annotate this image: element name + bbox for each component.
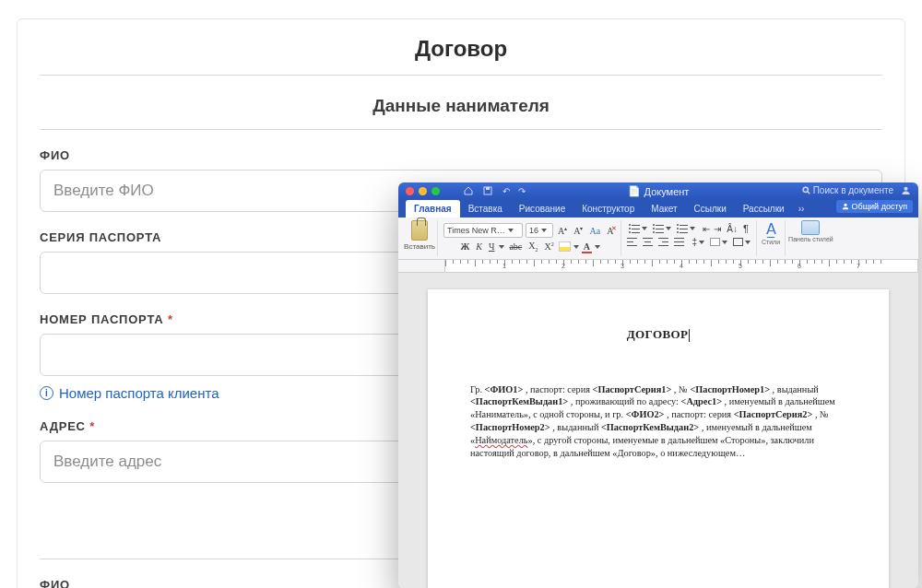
- toolbar-undo-icon[interactable]: ↶: [502, 186, 510, 196]
- panel-title: Договор: [40, 19, 882, 76]
- styles-panel-button[interactable]: [801, 220, 820, 235]
- increase-indent-button[interactable]: ⇥: [714, 224, 721, 234]
- section-tenant-title: Данные нанимателя: [40, 76, 882, 130]
- label-passport-number-text: НОМЕР ПАСПОРТА: [40, 312, 163, 326]
- tab-draw[interactable]: Рисование: [511, 200, 573, 218]
- svg-rect-1: [486, 187, 490, 190]
- svg-point-4: [904, 187, 907, 191]
- shrink-font-button[interactable]: A▾: [572, 225, 585, 236]
- share-person-icon: [842, 203, 849, 210]
- doc-body: Гр. <ФИО1> , паспорт: серия <ПаспортСери…: [470, 383, 846, 460]
- required-mark: *: [168, 312, 173, 326]
- grow-font-button[interactable]: A▴: [556, 225, 569, 236]
- align-justify-button[interactable]: [674, 238, 684, 246]
- search-placeholder: Поиск в документе: [813, 185, 893, 195]
- label-fio: ФИО: [40, 148, 882, 162]
- paste-label: Вставить: [404, 242, 435, 251]
- tab-layout[interactable]: Макет: [643, 200, 685, 218]
- font-color-button[interactable]: А: [582, 241, 592, 252]
- borders-button[interactable]: [733, 238, 743, 246]
- number-list-button[interactable]: [653, 224, 664, 233]
- highlight-menu-icon[interactable]: [573, 245, 579, 249]
- multilevel-list-button[interactable]: [677, 224, 688, 233]
- align-center-button[interactable]: [643, 238, 653, 246]
- align-left-button[interactable]: [627, 238, 637, 246]
- helper-text: Номер паспорта клиента: [59, 385, 219, 401]
- tab-insert[interactable]: Вставка: [460, 200, 511, 218]
- doc-title: ДОГОВОР: [470, 326, 846, 343]
- show-marks-button[interactable]: ¶: [743, 223, 749, 234]
- account-icon[interactable]: [901, 185, 911, 195]
- superscript-button[interactable]: X2: [543, 241, 556, 252]
- info-icon: i: [40, 386, 53, 400]
- traffic-max-icon[interactable]: [431, 187, 440, 195]
- toolbar-save-icon[interactable]: [483, 186, 492, 195]
- required-mark: *: [89, 419, 95, 433]
- traffic-close-icon[interactable]: [406, 187, 414, 195]
- underline-menu-icon[interactable]: [499, 245, 504, 249]
- change-case-button[interactable]: Aa: [587, 226, 602, 236]
- tab-more[interactable]: ››: [793, 200, 810, 218]
- bullet-list-button[interactable]: [629, 224, 640, 233]
- toolbar-redo-icon[interactable]: ↷: [518, 186, 526, 196]
- tab-design[interactable]: Конструктор: [573, 200, 643, 218]
- highlight-button[interactable]: [559, 241, 571, 252]
- document-page[interactable]: ДОГОВОР Гр. <ФИО1> , паспорт: серия <Пас…: [428, 289, 889, 588]
- tab-references[interactable]: Ссылки: [686, 200, 735, 218]
- label-address-text: АДРЕС: [40, 419, 86, 433]
- styles-button[interactable]: A̲: [766, 220, 776, 238]
- ribbon-tabs: Главная Вставка Рисование Конструктор Ма…: [398, 199, 918, 218]
- strike-button[interactable]: abc: [507, 241, 524, 252]
- svg-line-3: [808, 192, 810, 194]
- underline-button[interactable]: Ч: [487, 241, 497, 252]
- ribbon-group-clipboard: Вставить: [402, 220, 438, 256]
- horizontal-ruler[interactable]: 1234567: [398, 260, 918, 273]
- svg-point-5: [844, 204, 846, 206]
- paste-icon[interactable]: [411, 220, 428, 241]
- font-name-select[interactable]: Times New R…: [443, 223, 523, 238]
- font-size-select[interactable]: 16: [526, 223, 553, 238]
- window-titlebar[interactable]: ↶ ↷ 📄Документ Поиск в документе: [398, 182, 918, 199]
- subscript-button[interactable]: X2: [526, 241, 539, 253]
- share-button[interactable]: Общий доступ: [836, 200, 913, 213]
- ribbon-toolbar: Вставить Times New R… 16 A▴ A▾ Aa A✕ Ж К…: [398, 218, 918, 260]
- tab-home[interactable]: Главная: [406, 200, 460, 218]
- styles-label: Стили: [762, 239, 780, 245]
- sort-button[interactable]: Â↓: [727, 224, 738, 234]
- ribbon-group-styles: A̲ Стили: [757, 220, 786, 256]
- align-right-button[interactable]: [658, 238, 668, 246]
- ribbon-group-font: Times New R… 16 A▴ A▾ Aa A✕ Ж К Ч abc X2…: [438, 220, 621, 256]
- bold-button[interactable]: Ж: [458, 241, 471, 252]
- ribbon-group-paragraph: ⇤ ⇥ Â↓ ¶ ‡: [621, 220, 757, 256]
- search-icon: [802, 186, 810, 194]
- line-spacing-button[interactable]: ‡: [692, 237, 697, 247]
- svg-point-2: [803, 187, 808, 192]
- decrease-indent-button[interactable]: ⇤: [703, 224, 710, 234]
- search-box[interactable]: Поиск в документе: [802, 185, 893, 195]
- document-canvas[interactable]: ДОГОВОР Гр. <ФИО1> , паспорт: серия <Пас…: [398, 273, 918, 588]
- word-window: ↶ ↷ 📄Документ Поиск в документе Главная …: [398, 182, 918, 588]
- traffic-min-icon[interactable]: [419, 187, 427, 195]
- italic-button[interactable]: К: [474, 241, 484, 252]
- ribbon-group-styles-panel: Панель стилей: [786, 220, 836, 256]
- text-cursor-icon: [689, 329, 690, 342]
- styles-panel-label: Панель стилей: [788, 236, 833, 242]
- font-color-menu-icon[interactable]: [595, 245, 600, 249]
- clear-format-button[interactable]: A✕: [605, 226, 615, 236]
- toolbar-home-icon[interactable]: [464, 186, 473, 195]
- tab-mailings[interactable]: Рассылки: [735, 200, 793, 218]
- shading-button[interactable]: [710, 238, 720, 246]
